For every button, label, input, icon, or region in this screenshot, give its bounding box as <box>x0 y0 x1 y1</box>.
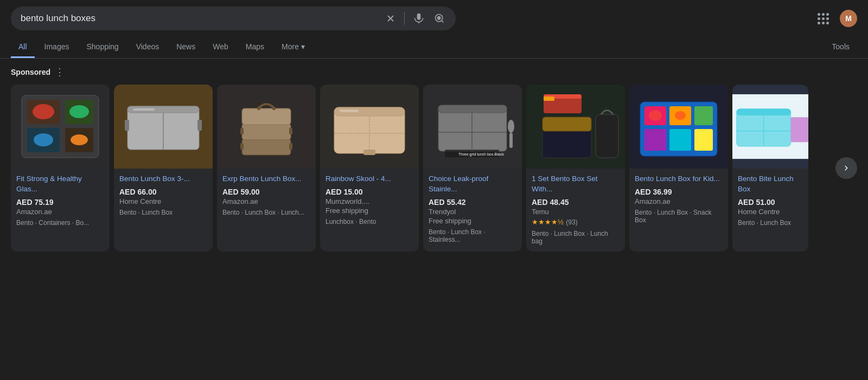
tab-web[interactable]: Web <box>205 37 236 58</box>
svg-point-14 <box>71 134 88 145</box>
product-image-1 <box>11 85 110 169</box>
product-price-7: AED 36.99 <box>635 188 723 196</box>
svg-rect-39 <box>340 110 359 112</box>
svg-point-8 <box>33 104 54 119</box>
product-seller-2: Home Centre <box>119 197 207 205</box>
header: M <box>0 0 868 37</box>
svg-rect-68 <box>737 109 791 115</box>
search-input[interactable] <box>21 13 379 24</box>
product-info-4: Rainbow Skool - 4... AED 15.00 Mumzworld… <box>320 169 419 232</box>
svg-rect-55 <box>544 96 554 101</box>
svg-rect-42 <box>438 105 507 113</box>
search-icons <box>385 12 446 25</box>
product-tags-1: Bento · Containers · Bo... <box>16 219 104 227</box>
product-title-2: Bento Lunch Box 3-... <box>119 174 207 184</box>
svg-rect-51 <box>542 117 591 131</box>
svg-rect-48 <box>509 133 513 148</box>
products-container: Fit Strong & Healthy Glas... AED 75.19 A… <box>11 85 857 252</box>
svg-rect-61 <box>644 129 666 151</box>
review-count-6: (93) <box>566 218 577 226</box>
product-image-2 <box>114 85 213 169</box>
product-card-7[interactable]: Bento Lunch Box for Kid... AED 36.99 Ama… <box>629 85 728 252</box>
product-info-6: 1 Set Bento Box Set With... AED 48.45 Te… <box>526 169 625 252</box>
sponsored-options-button[interactable]: ⋮ <box>55 67 66 77</box>
svg-rect-30 <box>289 128 292 134</box>
google-apps-button[interactable] <box>815 11 831 27</box>
product-image-5: Three-grid lunch box-Black <box>423 85 522 169</box>
tab-all[interactable]: All <box>11 37 35 58</box>
product-card-4[interactable]: Rainbow Skool - 4... AED 15.00 Mumzworld… <box>320 85 419 252</box>
svg-rect-27 <box>257 107 260 110</box>
product-price-2: AED 66.00 <box>119 188 207 196</box>
product-price-3: AED 59.00 <box>222 188 310 196</box>
svg-rect-63 <box>694 129 713 151</box>
product-tags-3: Bento · Lunch Box · Lunch... <box>222 209 310 216</box>
product-tags-8: Bento · Lunch Box <box>738 219 803 227</box>
tools-button[interactable]: Tools <box>824 37 857 58</box>
svg-point-10 <box>69 105 89 118</box>
product-price-4: AED 15.00 <box>326 188 413 196</box>
product-seller-8: Home Centre <box>738 208 803 216</box>
product-price-6: AED 48.45 <box>532 198 620 207</box>
product-card-5[interactable]: Three-grid lunch box-Black Choice Leak-p… <box>423 85 522 252</box>
svg-rect-24 <box>242 139 291 155</box>
product-seller-6: Temu <box>532 208 620 216</box>
svg-point-47 <box>508 120 514 133</box>
product-shipping-5: Free shipping <box>429 217 516 225</box>
product-seller-7: Amazon.ae <box>635 197 723 205</box>
svg-rect-32 <box>289 143 292 150</box>
clear-button[interactable] <box>385 12 397 24</box>
svg-point-64 <box>649 110 662 121</box>
tab-maps[interactable]: Maps <box>238 37 272 58</box>
product-image-3 <box>217 85 316 169</box>
product-price-5: AED 55.42 <box>429 198 516 207</box>
product-tags-2: Bento · Lunch Box <box>119 209 207 216</box>
main-content: Sponsored ⋮ <box>0 59 868 260</box>
svg-rect-25 <box>242 124 291 140</box>
product-price-1: AED 75.19 <box>16 198 104 207</box>
stars-icon-6: ★★★★½ <box>532 218 564 226</box>
svg-rect-29 <box>240 128 244 134</box>
svg-point-65 <box>675 111 686 120</box>
product-tags-5: Bento · Lunch Box · Stainless... <box>429 228 516 243</box>
product-info-3: Exrp Bento Lunch Box... AED 59.00 Amazon… <box>217 169 316 223</box>
product-seller-5: Trendyol <box>429 208 516 216</box>
product-image-4 <box>320 85 419 169</box>
product-image-7 <box>629 85 728 169</box>
svg-line-3 <box>442 21 444 23</box>
svg-rect-62 <box>669 129 691 151</box>
svg-rect-71 <box>791 117 808 142</box>
sponsored-label: Sponsored <box>11 68 50 76</box>
tab-news[interactable]: News <box>169 37 203 58</box>
search-divider <box>404 12 405 25</box>
svg-rect-52 <box>596 114 618 158</box>
product-seller-3: Amazon.ae <box>222 197 310 205</box>
product-card-8[interactable]: Bento Bite Lunch Box AED 51.00 Home Cent… <box>732 85 808 252</box>
svg-rect-26 <box>242 108 291 125</box>
product-card-2[interactable]: Bento Lunch Box 3-... AED 66.00 Home Cen… <box>114 85 213 252</box>
svg-text:Three-grid lunch box-Black: Three-grid lunch box-Black <box>458 152 504 157</box>
sponsored-row: Sponsored ⋮ <box>11 67 857 77</box>
tab-shopping[interactable]: Shopping <box>79 37 126 58</box>
voice-search-button[interactable] <box>412 12 425 25</box>
svg-rect-20 <box>125 120 129 131</box>
product-tags-4: Lunchbox · Bento <box>326 218 413 226</box>
svg-rect-22 <box>133 108 155 111</box>
tab-more[interactable]: More ▾ <box>274 37 312 58</box>
product-seller-4: Mumzworld.... <box>326 197 413 205</box>
product-card-3[interactable]: Exrp Bento Lunch Box... AED 59.00 Amazon… <box>217 85 316 252</box>
avatar[interactable]: M <box>840 10 857 27</box>
product-tags-6: Bento · Lunch Box · Lunch bag <box>532 230 620 245</box>
product-title-5: Choice Leak-proof Stainle... <box>429 174 516 195</box>
product-tags-7: Bento · Lunch Box · Snack Box <box>635 209 723 224</box>
search-bar <box>11 7 456 30</box>
tab-images[interactable]: Images <box>37 37 77 58</box>
svg-rect-28 <box>272 107 276 110</box>
product-card-1[interactable]: Fit Strong & Healthy Glas... AED 75.19 A… <box>11 85 110 252</box>
svg-rect-50 <box>542 128 591 158</box>
lens-search-button[interactable] <box>433 12 446 25</box>
tab-videos[interactable]: Videos <box>129 37 167 58</box>
product-card-6[interactable]: 1 Set Bento Box Set With... AED 48.45 Te… <box>526 85 625 252</box>
product-info-5: Choice Leak-proof Stainle... AED 55.42 T… <box>423 169 522 250</box>
next-arrow-button[interactable] <box>835 157 857 179</box>
